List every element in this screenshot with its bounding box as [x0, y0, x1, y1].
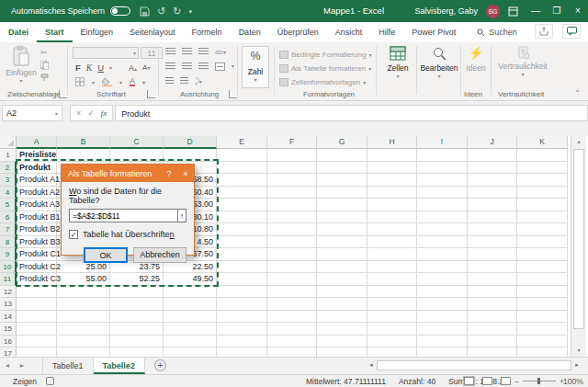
comment-icon[interactable] [562, 24, 581, 39]
cell-A12[interactable] [17, 286, 57, 299]
cell-C12[interactable] [110, 286, 164, 299]
cut-icon[interactable]: ✂ [40, 48, 49, 57]
zoom-level[interactable]: 100% [563, 377, 583, 386]
cell-H1[interactable] [368, 149, 417, 162]
cell-A17[interactable] [17, 347, 57, 357]
cell-G10[interactable] [317, 261, 368, 274]
cell-E17[interactable] [217, 347, 267, 357]
cell-K12[interactable] [517, 286, 568, 299]
increase-indent-icon[interactable] [180, 77, 188, 85]
cell-J4[interactable] [468, 187, 517, 199]
cancel-button[interactable]: Abbrechen [133, 247, 187, 263]
cell-G13[interactable] [317, 298, 368, 311]
cell-J15[interactable] [468, 323, 517, 336]
cell-F10[interactable] [267, 261, 317, 274]
headers-checkbox-label[interactable]: Tabelle hat Überschriften [83, 230, 175, 239]
tab-start[interactable]: Start [37, 22, 73, 42]
row-header-9[interactable]: 9 [0, 248, 17, 261]
cell-E1[interactable] [217, 149, 267, 162]
cell-G17[interactable] [317, 347, 368, 357]
cell-B11[interactable]: 55.00 [57, 273, 110, 286]
cell-I8[interactable] [417, 236, 468, 249]
cell-A5[interactable]: Produkt A3 [17, 199, 57, 211]
cell-K9[interactable] [517, 248, 568, 261]
sheet-tab-tabelle1[interactable]: Tabelle1 [42, 358, 94, 374]
cell-A15[interactable] [17, 323, 57, 336]
align-top-icon[interactable] [165, 48, 175, 55]
maximize-button[interactable]: ❐ [550, 6, 563, 16]
cell-I6[interactable] [417, 211, 468, 224]
cell-C13[interactable] [110, 298, 164, 311]
row-header-17[interactable]: 17 [0, 347, 17, 357]
ideas-button[interactable]: ⚡ Ideen [463, 46, 489, 73]
row-header-6[interactable]: 6 [0, 211, 17, 224]
cell-I10[interactable] [417, 261, 468, 274]
column-header-C[interactable]: C [110, 136, 164, 149]
align-right-icon[interactable] [198, 63, 209, 70]
format-painter-icon[interactable] [40, 74, 49, 82]
cell-K11[interactable] [517, 273, 568, 286]
alignment-dialog-launcher[interactable] [229, 90, 237, 98]
cell-A13[interactable] [17, 298, 57, 311]
cell-J14[interactable] [468, 311, 517, 324]
cell-D17[interactable] [164, 347, 217, 357]
cell-F11[interactable] [267, 273, 317, 286]
align-bottom-icon[interactable] [198, 48, 209, 55]
row-header-16[interactable]: 16 [0, 336, 17, 348]
cell-J6[interactable] [468, 211, 517, 224]
column-header-A[interactable]: A [17, 136, 57, 149]
dialog-close-button[interactable]: × [177, 169, 194, 178]
normal-view-icon[interactable] [464, 377, 474, 385]
add-sheet-button[interactable]: + [154, 359, 166, 371]
avatar[interactable]: SG [486, 5, 500, 18]
cell-F6[interactable] [267, 211, 317, 224]
cell-A8[interactable]: Produkt B3 [17, 236, 57, 249]
tab-datei[interactable]: Datei [0, 22, 37, 42]
font-name-combobox[interactable]: ▾ [73, 47, 139, 59]
cell-A2[interactable]: Produkt [17, 162, 57, 175]
share-icon[interactable] [535, 24, 553, 39]
cell-F9[interactable] [267, 248, 317, 261]
ribbon-display-options-icon[interactable] [508, 6, 521, 17]
cell-B13[interactable] [57, 298, 110, 311]
cell-J12[interactable] [468, 286, 517, 299]
select-all-corner[interactable] [0, 136, 17, 149]
undo-icon[interactable]: ↺ [157, 6, 165, 17]
cell-A1[interactable]: Preisliste [17, 149, 57, 162]
row-header-5[interactable]: 5 [0, 199, 17, 211]
cell-F4[interactable] [267, 187, 317, 199]
search-box[interactable]: Suchen [477, 28, 517, 37]
cell-C16[interactable] [110, 336, 164, 348]
font-dialog-launcher[interactable] [147, 90, 155, 98]
column-header-K[interactable]: K [517, 136, 568, 149]
cell-J11[interactable] [468, 273, 517, 286]
cell-J7[interactable] [468, 223, 517, 236]
cell-E3[interactable] [217, 174, 267, 187]
cell-K4[interactable] [517, 187, 568, 199]
cell-H13[interactable] [368, 298, 417, 311]
cell-H3[interactable] [368, 174, 417, 187]
cell-E9[interactable] [217, 248, 267, 261]
cell-K3[interactable] [517, 174, 568, 187]
row-header-11[interactable]: 11 [0, 273, 17, 286]
save-icon[interactable] [140, 6, 150, 17]
cell-J13[interactable] [468, 298, 517, 311]
column-header-G[interactable]: G [317, 136, 368, 149]
cell-G11[interactable] [317, 273, 368, 286]
number-group-button[interactable]: % Zahl ▾ [242, 46, 269, 88]
font-color-button[interactable]: A [130, 77, 135, 86]
cell-H14[interactable] [368, 311, 417, 324]
horizontal-scrollbar[interactable]: ◄ ► [366, 359, 582, 371]
cell-E10[interactable] [217, 261, 267, 274]
orientation-icon[interactable]: ab▾ [215, 48, 226, 56]
cell-J10[interactable] [468, 261, 517, 274]
cell-H17[interactable] [368, 347, 417, 357]
accessibility-icon[interactable] [46, 377, 54, 385]
cell-E4[interactable] [217, 187, 267, 199]
scroll-down-icon[interactable]: ▾ [571, 345, 586, 357]
cell-J9[interactable] [468, 248, 517, 261]
font-size-combobox[interactable]: 11 [141, 47, 163, 59]
cell-C11[interactable]: 52.25 [110, 273, 164, 286]
hscroll-left-icon[interactable]: ◄ [366, 362, 377, 368]
cell-K1[interactable] [517, 149, 568, 162]
